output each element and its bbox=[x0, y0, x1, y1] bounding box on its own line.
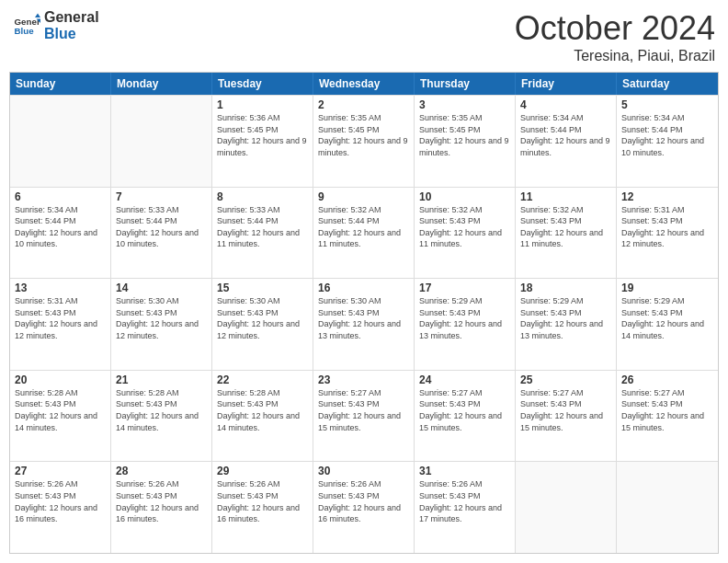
day-number-9: 9 bbox=[318, 190, 409, 203]
calendar-weekday-thursday: Thursday bbox=[415, 73, 516, 95]
calendar-cell-empty-0-1 bbox=[111, 96, 212, 187]
calendar-cell-empty-4-5 bbox=[516, 462, 617, 553]
day-info-13: Sunrise: 5:31 AM Sunset: 5:43 PM Dayligh… bbox=[15, 295, 106, 341]
header: General Blue General Blue October 2024 T… bbox=[9, 9, 719, 64]
day-number-28: 28 bbox=[116, 465, 207, 477]
day-info-4: Sunrise: 5:34 AM Sunset: 5:44 PM Dayligh… bbox=[520, 112, 611, 158]
day-number-24: 24 bbox=[419, 373, 510, 386]
month-title: October 2024 bbox=[515, 9, 715, 48]
calendar-cell-22: 22Sunrise: 5:28 AM Sunset: 5:43 PM Dayli… bbox=[212, 371, 313, 462]
day-number-22: 22 bbox=[217, 373, 308, 386]
calendar-weekday-tuesday: Tuesday bbox=[212, 73, 313, 95]
day-info-21: Sunrise: 5:28 AM Sunset: 5:43 PM Dayligh… bbox=[116, 387, 207, 433]
calendar-cell-5: 5Sunrise: 5:34 AM Sunset: 5:44 PM Daylig… bbox=[617, 96, 718, 187]
day-number-16: 16 bbox=[318, 282, 409, 294]
day-number-31: 31 bbox=[419, 465, 510, 477]
calendar-cell-23: 23Sunrise: 5:27 AM Sunset: 5:43 PM Dayli… bbox=[313, 371, 415, 462]
day-number-27: 27 bbox=[15, 465, 106, 477]
calendar-cell-27: 27Sunrise: 5:26 AM Sunset: 5:43 PM Dayli… bbox=[10, 462, 111, 553]
day-info-27: Sunrise: 5:26 AM Sunset: 5:43 PM Dayligh… bbox=[15, 478, 106, 524]
calendar-row-5: 27Sunrise: 5:26 AM Sunset: 5:43 PM Dayli… bbox=[10, 461, 718, 553]
calendar-cell-18: 18Sunrise: 5:29 AM Sunset: 5:43 PM Dayli… bbox=[516, 279, 617, 370]
calendar-cell-10: 10Sunrise: 5:32 AM Sunset: 5:43 PM Dayli… bbox=[415, 188, 516, 279]
svg-text:General: General bbox=[15, 16, 41, 26]
calendar-cell-28: 28Sunrise: 5:26 AM Sunset: 5:43 PM Dayli… bbox=[111, 462, 212, 553]
calendar-cell-21: 21Sunrise: 5:28 AM Sunset: 5:43 PM Dayli… bbox=[111, 371, 212, 462]
day-number-21: 21 bbox=[116, 373, 207, 386]
day-info-10: Sunrise: 5:32 AM Sunset: 5:43 PM Dayligh… bbox=[419, 204, 510, 250]
calendar-cell-25: 25Sunrise: 5:27 AM Sunset: 5:43 PM Dayli… bbox=[516, 371, 617, 462]
day-info-15: Sunrise: 5:30 AM Sunset: 5:43 PM Dayligh… bbox=[217, 295, 308, 341]
calendar-cell-13: 13Sunrise: 5:31 AM Sunset: 5:43 PM Dayli… bbox=[10, 279, 111, 370]
calendar-row-4: 20Sunrise: 5:28 AM Sunset: 5:43 PM Dayli… bbox=[10, 370, 718, 462]
day-number-11: 11 bbox=[520, 190, 611, 203]
title-block: October 2024 Teresina, Piaui, Brazil bbox=[515, 9, 715, 64]
day-info-29: Sunrise: 5:26 AM Sunset: 5:43 PM Dayligh… bbox=[217, 478, 308, 524]
calendar-cell-6: 6Sunrise: 5:34 AM Sunset: 5:44 PM Daylig… bbox=[10, 188, 111, 279]
day-info-14: Sunrise: 5:30 AM Sunset: 5:43 PM Dayligh… bbox=[116, 295, 207, 341]
svg-text:Blue: Blue bbox=[15, 26, 35, 36]
calendar-cell-14: 14Sunrise: 5:30 AM Sunset: 5:43 PM Dayli… bbox=[111, 279, 212, 370]
calendar-cell-4: 4Sunrise: 5:34 AM Sunset: 5:44 PM Daylig… bbox=[516, 96, 617, 187]
calendar-body: 1Sunrise: 5:36 AM Sunset: 5:45 PM Daylig… bbox=[10, 95, 718, 553]
day-info-3: Sunrise: 5:35 AM Sunset: 5:45 PM Dayligh… bbox=[419, 112, 510, 158]
day-info-28: Sunrise: 5:26 AM Sunset: 5:43 PM Dayligh… bbox=[116, 478, 207, 524]
calendar-header: SundayMondayTuesdayWednesdayThursdayFrid… bbox=[10, 73, 718, 95]
calendar-cell-9: 9Sunrise: 5:32 AM Sunset: 5:44 PM Daylig… bbox=[313, 188, 415, 279]
day-number-15: 15 bbox=[217, 282, 308, 294]
calendar-cell-1: 1Sunrise: 5:36 AM Sunset: 5:45 PM Daylig… bbox=[212, 96, 313, 187]
day-number-20: 20 bbox=[15, 373, 106, 386]
day-number-3: 3 bbox=[419, 98, 510, 111]
day-info-22: Sunrise: 5:28 AM Sunset: 5:43 PM Dayligh… bbox=[217, 387, 308, 433]
day-number-2: 2 bbox=[318, 98, 409, 111]
day-info-16: Sunrise: 5:30 AM Sunset: 5:43 PM Dayligh… bbox=[318, 295, 409, 341]
calendar-cell-29: 29Sunrise: 5:26 AM Sunset: 5:43 PM Dayli… bbox=[212, 462, 313, 553]
calendar-cell-17: 17Sunrise: 5:29 AM Sunset: 5:43 PM Dayli… bbox=[415, 279, 516, 370]
calendar-weekday-friday: Friday bbox=[516, 73, 617, 95]
day-info-19: Sunrise: 5:29 AM Sunset: 5:43 PM Dayligh… bbox=[621, 295, 713, 341]
calendar-cell-19: 19Sunrise: 5:29 AM Sunset: 5:43 PM Dayli… bbox=[617, 279, 718, 370]
day-info-9: Sunrise: 5:32 AM Sunset: 5:44 PM Dayligh… bbox=[318, 204, 409, 250]
day-number-30: 30 bbox=[318, 465, 409, 477]
day-number-19: 19 bbox=[621, 282, 713, 294]
day-info-12: Sunrise: 5:31 AM Sunset: 5:43 PM Dayligh… bbox=[621, 204, 713, 250]
day-info-30: Sunrise: 5:26 AM Sunset: 5:43 PM Dayligh… bbox=[318, 478, 409, 524]
day-info-23: Sunrise: 5:27 AM Sunset: 5:43 PM Dayligh… bbox=[318, 387, 409, 433]
calendar-row-1: 1Sunrise: 5:36 AM Sunset: 5:45 PM Daylig… bbox=[10, 95, 718, 187]
logo-icon: General Blue bbox=[13, 12, 40, 40]
calendar-cell-3: 3Sunrise: 5:35 AM Sunset: 5:45 PM Daylig… bbox=[415, 96, 516, 187]
calendar-cell-empty-0-0 bbox=[10, 96, 111, 187]
calendar-cell-26: 26Sunrise: 5:27 AM Sunset: 5:43 PM Dayli… bbox=[617, 371, 718, 462]
calendar-cell-2: 2Sunrise: 5:35 AM Sunset: 5:45 PM Daylig… bbox=[313, 96, 415, 187]
day-number-25: 25 bbox=[520, 373, 611, 386]
calendar-cell-30: 30Sunrise: 5:26 AM Sunset: 5:43 PM Dayli… bbox=[313, 462, 415, 553]
day-info-26: Sunrise: 5:27 AM Sunset: 5:43 PM Dayligh… bbox=[621, 387, 713, 433]
svg-marker-2 bbox=[35, 13, 40, 17]
day-info-24: Sunrise: 5:27 AM Sunset: 5:43 PM Dayligh… bbox=[419, 387, 510, 433]
calendar-weekday-saturday: Saturday bbox=[617, 73, 718, 95]
page: General Blue General Blue October 2024 T… bbox=[0, 0, 728, 563]
logo-general: General bbox=[44, 9, 99, 26]
calendar-weekday-sunday: Sunday bbox=[10, 73, 111, 95]
day-info-17: Sunrise: 5:29 AM Sunset: 5:43 PM Dayligh… bbox=[419, 295, 510, 341]
day-number-14: 14 bbox=[116, 282, 207, 294]
calendar-cell-16: 16Sunrise: 5:30 AM Sunset: 5:43 PM Dayli… bbox=[313, 279, 415, 370]
day-info-11: Sunrise: 5:32 AM Sunset: 5:43 PM Dayligh… bbox=[520, 204, 611, 250]
day-number-26: 26 bbox=[621, 373, 713, 386]
calendar-cell-empty-4-6 bbox=[617, 462, 718, 553]
day-number-4: 4 bbox=[520, 98, 611, 111]
logo: General Blue General Blue bbox=[13, 9, 99, 41]
day-info-6: Sunrise: 5:34 AM Sunset: 5:44 PM Dayligh… bbox=[15, 204, 106, 250]
day-info-31: Sunrise: 5:26 AM Sunset: 5:43 PM Dayligh… bbox=[419, 478, 510, 524]
calendar-cell-20: 20Sunrise: 5:28 AM Sunset: 5:43 PM Dayli… bbox=[10, 371, 111, 462]
day-info-5: Sunrise: 5:34 AM Sunset: 5:44 PM Dayligh… bbox=[621, 112, 713, 158]
day-number-12: 12 bbox=[621, 190, 713, 203]
calendar-weekday-monday: Monday bbox=[111, 73, 212, 95]
day-number-8: 8 bbox=[217, 190, 308, 203]
day-info-18: Sunrise: 5:29 AM Sunset: 5:43 PM Dayligh… bbox=[520, 295, 611, 341]
day-number-10: 10 bbox=[419, 190, 510, 203]
calendar-cell-12: 12Sunrise: 5:31 AM Sunset: 5:43 PM Dayli… bbox=[617, 188, 718, 279]
calendar-cell-11: 11Sunrise: 5:32 AM Sunset: 5:43 PM Dayli… bbox=[516, 188, 617, 279]
day-info-20: Sunrise: 5:28 AM Sunset: 5:43 PM Dayligh… bbox=[15, 387, 106, 433]
day-info-1: Sunrise: 5:36 AM Sunset: 5:45 PM Dayligh… bbox=[217, 112, 308, 158]
